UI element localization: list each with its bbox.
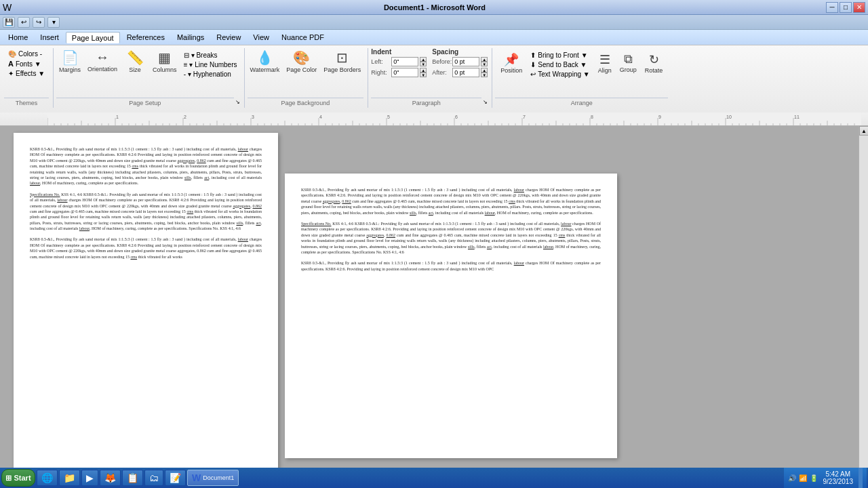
- breaks-icon: ⊟: [184, 52, 189, 59]
- fonts-button[interactable]: A Fonts ▼: [5, 59, 47, 68]
- bring-to-front-button[interactable]: ⬆ Bring to Front ▼: [528, 51, 592, 60]
- menu-mailings[interactable]: Mailings: [172, 32, 210, 43]
- spacing-after-up[interactable]: ▲: [481, 68, 488, 73]
- columns-button[interactable]: ▦ Columns: [150, 48, 180, 75]
- paragraph-dialog-arrow[interactable]: ↘: [483, 99, 488, 105]
- menu-references[interactable]: References: [121, 32, 170, 43]
- colors-button[interactable]: 🎨 Colors -: [5, 49, 47, 58]
- menu-nuance-pdf[interactable]: Nuance PDF: [276, 32, 330, 43]
- clock[interactable]: 5:42 AM 9/23/2013: [821, 470, 856, 485]
- spacing-before-label: Before:: [432, 58, 451, 65]
- taskbar-app1[interactable]: 📋: [122, 470, 143, 486]
- menu-view[interactable]: View: [248, 32, 275, 43]
- margins-icon: 📄: [62, 49, 79, 66]
- spacing-before-down[interactable]: ▼: [481, 62, 488, 66]
- maximize-button[interactable]: □: [840, 2, 852, 13]
- arrange-content: 📌 Position ⬆ Bring to Front ▼ ⬇ Send to …: [495, 48, 668, 81]
- indent-right-up[interactable]: ▲: [420, 68, 427, 73]
- show-desktop-button[interactable]: [859, 468, 863, 488]
- taskbar-word[interactable]: W Document1: [187, 470, 239, 486]
- rotate-button[interactable]: ↻ Rotate: [642, 51, 666, 75]
- themes-content: 🎨 Colors - A Fonts ▼ ✦ Effects ▼: [4, 48, 49, 96]
- line-numbers-icon: ≡: [184, 61, 188, 68]
- undo-qa-button[interactable]: ↩: [18, 17, 30, 28]
- indent-right-spinner[interactable]: ▲ ▼: [420, 68, 427, 77]
- page-color-button[interactable]: 🎨 Page Color: [283, 48, 319, 75]
- indent-right-down[interactable]: ▼: [420, 73, 427, 77]
- svg-text:4: 4: [319, 115, 322, 119]
- menu-review[interactable]: Review: [211, 32, 246, 43]
- orientation-button[interactable]: ↔ Orientation: [85, 48, 120, 74]
- tray-icon-1: 🔊: [788, 474, 796, 482]
- spacing-after-input[interactable]: [452, 68, 479, 77]
- arrange-label: Arrange: [495, 98, 668, 108]
- group-label: Group: [620, 66, 637, 73]
- taskbar-firefox[interactable]: 🦊: [100, 470, 121, 486]
- rotate-label: Rotate: [645, 67, 663, 74]
- indent-left-up[interactable]: ▲: [420, 57, 427, 62]
- page-background-content: 💧 Watermark 🎨 Page Color ⊡ Page Borders: [248, 48, 364, 96]
- spacing-section: Spacing Before: ▲ ▼ After: ▲: [432, 48, 488, 77]
- indent-section: Indent Left: ▲ ▼ Right: ▲: [371, 48, 427, 77]
- taskbar-app3[interactable]: 📝: [165, 470, 186, 486]
- size-button[interactable]: 📏 Size: [121, 48, 149, 75]
- spacing-before-spinner[interactable]: ▲ ▼: [481, 57, 488, 66]
- spacing-after-down[interactable]: ▼: [481, 73, 488, 77]
- titlebar: W Document1 - Microsoft Word ─ □ ✕: [0, 0, 868, 15]
- save-qa-button[interactable]: 💾: [3, 17, 15, 28]
- taskbar-explorer[interactable]: 📁: [59, 470, 80, 486]
- text-wrapping-button[interactable]: ↩ Text Wrapping ▼: [528, 70, 592, 79]
- page-2-content: KSR8 0.5-&1., Providing fly ash sand mor…: [301, 187, 601, 272]
- spacing-before-input[interactable]: [452, 57, 479, 66]
- start-button[interactable]: ⊞ Start: [1, 469, 35, 487]
- taskbar-ie[interactable]: 🌐: [37, 470, 58, 486]
- svg-text:2: 2: [184, 115, 186, 119]
- spacing-before-row: Before: ▲ ▼: [432, 57, 488, 66]
- taskbar-word-label: Document1: [203, 474, 234, 481]
- window-title: Document1 - Microsoft Word: [43, 3, 826, 12]
- hyphenation-icon: -: [184, 70, 186, 78]
- app1-icon: 📋: [127, 472, 138, 483]
- spacing-after-spinner[interactable]: ▲ ▼: [481, 68, 488, 77]
- spacing-heading: Spacing: [432, 48, 488, 56]
- taskbar-app2[interactable]: 🗂: [144, 470, 163, 486]
- redo-qa-button[interactable]: ↪: [33, 17, 45, 28]
- scroll-up-button[interactable]: ▲: [859, 126, 868, 136]
- position-label: Position: [500, 67, 522, 74]
- margins-button[interactable]: 📄 Margins: [56, 48, 83, 75]
- line-numbers-button[interactable]: ≡ ▾ Line Numbers: [181, 60, 240, 69]
- spacing-after-row: After: ▲ ▼: [432, 68, 488, 77]
- vertical-scrollbar[interactable]: ▲ ▼: [859, 126, 868, 483]
- breaks-button[interactable]: ⊟ ▾ Breaks: [181, 51, 240, 60]
- align-button[interactable]: ☰ Align: [595, 51, 614, 75]
- orientation-icon: ↔: [96, 49, 109, 65]
- indent-left-row: Left: ▲ ▼: [371, 57, 427, 66]
- indent-right-input[interactable]: [391, 68, 418, 77]
- send-to-back-button[interactable]: ⬇ Send to Back ▼: [528, 60, 592, 69]
- group-button[interactable]: ⧉ Group: [617, 51, 639, 75]
- svg-text:1: 1: [116, 115, 119, 119]
- effects-label: Effects ▼: [16, 70, 45, 77]
- spacing-before-up[interactable]: ▲: [481, 57, 488, 62]
- menu-home[interactable]: Home: [3, 32, 33, 43]
- qa-dropdown-button[interactable]: ▾: [47, 17, 60, 28]
- columns-icon: ▦: [158, 49, 171, 66]
- watermark-button[interactable]: 💧 Watermark: [248, 48, 283, 75]
- menu-insert[interactable]: Insert: [35, 32, 64, 43]
- indent-left-input[interactable]: [391, 57, 418, 66]
- effects-button[interactable]: ✦ Effects ▼: [5, 69, 47, 78]
- page-borders-button[interactable]: ⊡ Page Borders: [321, 48, 363, 75]
- page-setup-dialog-arrow[interactable]: ↘: [235, 99, 240, 105]
- firefox-icon: 🦊: [104, 472, 116, 483]
- position-button[interactable]: 📌 Position: [498, 51, 525, 75]
- page-color-icon: 🎨: [293, 49, 310, 66]
- minimize-button[interactable]: ─: [826, 2, 838, 13]
- taskbar-media[interactable]: ▶: [81, 470, 98, 486]
- indent-left-down[interactable]: ▼: [420, 62, 427, 66]
- ruler-svg: 1234567891011: [47, 113, 861, 126]
- indent-left-spinner[interactable]: ▲ ▼: [420, 57, 427, 66]
- close-button[interactable]: ✕: [853, 2, 865, 13]
- menu-page-layout[interactable]: Page Layout: [66, 32, 120, 43]
- window-controls: ─ □ ✕: [826, 2, 865, 13]
- hyphenation-button[interactable]: - ▾ Hyphenation: [181, 70, 240, 79]
